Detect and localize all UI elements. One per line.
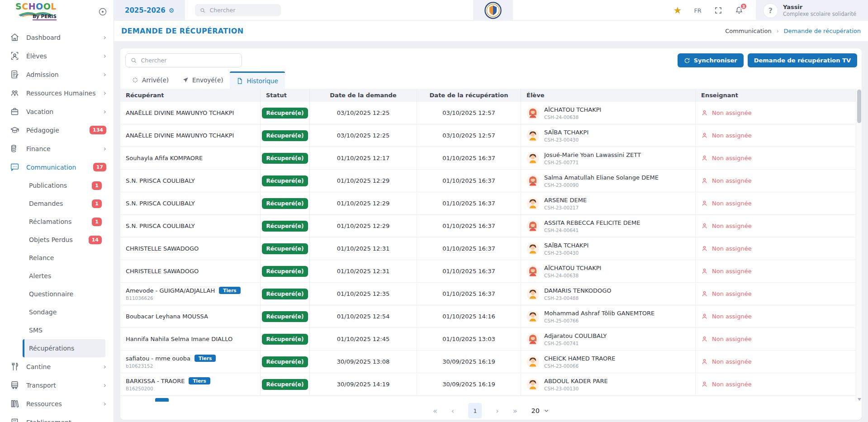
col-recuperant: Récupérant bbox=[120, 89, 261, 102]
teacher-status: Non assignée bbox=[712, 109, 752, 116]
table-row[interactable]: S.N. PRISCA COULIBALY Récuperé(e) 01/10/… bbox=[120, 192, 862, 215]
table-row[interactable]: Amevode - GUIGMA/ADJALLAH Tiers B1103662… bbox=[120, 283, 862, 305]
person-icon bbox=[701, 313, 708, 320]
teacher-cell[interactable]: Non assignée bbox=[696, 328, 862, 350]
sidebar-item-sondage[interactable]: Sondage bbox=[0, 303, 114, 321]
sidebar-item-label: Réclamations bbox=[29, 218, 92, 225]
teacher-cell[interactable]: Non assignée bbox=[696, 351, 862, 373]
sidebar-item-dashboard[interactable]: Dashboard› bbox=[0, 28, 114, 47]
student-name: CHEICK HAMED TRAORE bbox=[544, 355, 615, 362]
page-size-select[interactable]: 20 bbox=[531, 407, 549, 414]
table-row[interactable]: Hannifa Nahila Selma Imane DIALLO Récupe… bbox=[120, 328, 862, 351]
student-name: ASSITA REBECCA FELICITE DEME bbox=[544, 219, 640, 226]
global-search-input[interactable] bbox=[210, 7, 276, 14]
sidebar-item-demandes[interactable]: Demandes1 bbox=[0, 194, 114, 213]
student-avatar bbox=[526, 220, 539, 232]
sidebar-item-recuperations[interactable]: Récupérations bbox=[0, 339, 114, 357]
teacher-cell[interactable]: Non assignée bbox=[696, 170, 862, 192]
fullscreen-icon[interactable] bbox=[714, 6, 722, 14]
scroll-down-arrow-icon[interactable] bbox=[858, 398, 861, 401]
recuperant-name: CHRISTELLE SAWADOGO bbox=[126, 268, 199, 275]
notifications-bell-icon[interactable]: 3 bbox=[735, 6, 744, 15]
current-page[interactable]: 1 bbox=[468, 403, 482, 418]
breadcrumb-parent[interactable]: Communication bbox=[725, 28, 771, 34]
gear-icon[interactable]: ⚙ bbox=[169, 7, 175, 14]
teacher-status: Non assignée bbox=[712, 132, 752, 139]
sidebar-item-alertes[interactable]: Alertes bbox=[0, 267, 114, 285]
sidebar-item-objets-perdus[interactable]: Objets Perdus14 bbox=[0, 231, 114, 249]
table-row[interactable]: ANAËLLE DIVINE MAWUNYO TCHAKPI Récuperé(… bbox=[120, 102, 862, 124]
teacher-cell[interactable]: Non assignée bbox=[696, 373, 862, 395]
table-row[interactable]: S.N. PRISCA COULIBALY Récuperé(e) 01/10/… bbox=[120, 170, 862, 192]
sidebar-item-ressources-humaines[interactable]: Ressources Humaines› bbox=[0, 84, 114, 102]
count-badge: 1 bbox=[92, 199, 102, 208]
school-year-selector[interactable]: 2025-2026 ⚙ bbox=[114, 0, 185, 20]
user-menu[interactable]: ? Yassir Complexe scolaire solidarité bbox=[756, 0, 868, 21]
teacher-cell[interactable]: Non assignée bbox=[696, 283, 862, 305]
sidebar-item-relance[interactable]: Relance bbox=[0, 249, 114, 267]
sidebar-item-admission[interactable]: Admission› bbox=[0, 65, 114, 84]
teacher-cell[interactable]: Non assignée bbox=[696, 215, 862, 237]
sidebar-menu: Dashboard›Élèves›Admission›Ressources Hu… bbox=[0, 28, 114, 422]
tab-sent[interactable]: Envoyé(e) bbox=[175, 71, 230, 89]
scrollbar-thumb[interactable] bbox=[857, 90, 861, 123]
table-row[interactable]: BARKISSA - TRAORE Tiers B16250200 Récupe… bbox=[120, 373, 862, 396]
sidebar-item-transport[interactable]: Transport› bbox=[0, 376, 114, 394]
tab-history[interactable]: Historique bbox=[230, 71, 285, 89]
sidebar-item-reclamations[interactable]: Réclamations1 bbox=[0, 213, 114, 231]
status-badge: Récuperé(e) bbox=[262, 379, 308, 390]
sidebar-item-publications[interactable]: Publications1 bbox=[0, 176, 114, 194]
sidebar-collapse-icon[interactable] bbox=[98, 7, 107, 18]
favorites-star-icon[interactable]: ★ bbox=[674, 5, 682, 16]
table-row[interactable]: CHRISTELLE SAWADOGO Récuperé(e) 01/10/20… bbox=[120, 260, 862, 283]
sidebar-item-ressources[interactable]: Ressources› bbox=[0, 394, 114, 413]
sidebar-item-etablissement[interactable]: Etablissement bbox=[0, 413, 114, 422]
sidebar-item-cantine[interactable]: Cantine› bbox=[0, 357, 114, 376]
breadcrumb-current[interactable]: Demande de récupération bbox=[783, 28, 861, 34]
student-id: CSH-23-00130 bbox=[544, 386, 608, 391]
school-year-label: 2025-2026 bbox=[125, 6, 166, 14]
table-row[interactable]: Boubacar Leyhana MOUSSA Récuperé(e) 01/1… bbox=[120, 305, 862, 328]
teacher-cell[interactable]: Non assignée bbox=[696, 192, 862, 214]
table-row[interactable]: S.N. PRISCA COULIBALY Récuperé(e) 01/10/… bbox=[120, 215, 862, 237]
table-row[interactable]: Souhayla Afifa KOMPAORE Récuperé(e) 01/1… bbox=[120, 147, 862, 170]
teacher-cell[interactable]: Non assignée bbox=[696, 237, 862, 260]
table-scrollbar[interactable] bbox=[856, 89, 862, 402]
synchronize-button[interactable]: Synchroniser bbox=[678, 53, 744, 67]
sidebar-item-communication[interactable]: Communication17 bbox=[0, 158, 114, 176]
status-badge: Récuperé(e) bbox=[262, 175, 308, 186]
prev-page-button[interactable]: ‹ bbox=[451, 407, 454, 415]
vacation-icon bbox=[10, 107, 19, 116]
school-crest-chip[interactable] bbox=[473, 0, 513, 21]
sidebar-item-sms[interactable]: SMS bbox=[0, 321, 114, 339]
last-page-button[interactable]: » bbox=[513, 407, 517, 415]
sidebar-item-finance[interactable]: Finance› bbox=[0, 139, 114, 158]
teacher-cell[interactable]: Non assignée bbox=[696, 147, 862, 169]
sidebar-item-vacation[interactable]: Vacation› bbox=[0, 102, 114, 121]
sidebar-item-pedagogie[interactable]: Pédagogie134 bbox=[0, 121, 114, 139]
tiers-badge: Tiers bbox=[219, 287, 240, 294]
sidebar: SCHOOL By PERIS Dashboard›Élèves›Admissi… bbox=[0, 0, 114, 422]
tab-arrived[interactable]: Arrivé(e) bbox=[125, 71, 175, 89]
first-page-button[interactable]: « bbox=[433, 407, 437, 415]
teacher-cell[interactable]: Non assignée bbox=[696, 305, 862, 327]
table-row[interactable]: CHRISTELLE SAWADOGO Récuperé(e) 01/10/20… bbox=[120, 237, 862, 260]
teacher-cell[interactable]: Non assignée bbox=[696, 102, 862, 124]
sidebar-item-questionnaire[interactable]: Questionnaire bbox=[0, 285, 114, 303]
recovery-tv-button[interactable]: Demande de récupération TV bbox=[748, 53, 857, 67]
table-search-input[interactable] bbox=[141, 57, 237, 64]
person-icon bbox=[701, 177, 708, 184]
language-selector[interactable]: FR bbox=[694, 7, 702, 14]
table-header: Récupérant Statut Date de la demande Dat… bbox=[120, 89, 862, 102]
building-icon bbox=[10, 417, 19, 422]
global-search[interactable] bbox=[195, 4, 281, 16]
library-icon bbox=[10, 399, 19, 408]
table-search[interactable] bbox=[125, 53, 242, 67]
teacher-cell[interactable]: Non assignée bbox=[696, 260, 862, 282]
table-row[interactable]: ANAËLLE DIVINE MAWUNYO TCHAKPI Récuperé(… bbox=[120, 124, 862, 147]
teacher-cell[interactable]: Non assignée bbox=[696, 124, 862, 147]
person-icon bbox=[701, 381, 708, 388]
table-row[interactable]: safiatou - mme ouoba Tiers b10623152 Réc… bbox=[120, 351, 862, 373]
next-page-button[interactable]: › bbox=[496, 407, 498, 415]
sidebar-item-eleves[interactable]: Élèves› bbox=[0, 47, 114, 65]
